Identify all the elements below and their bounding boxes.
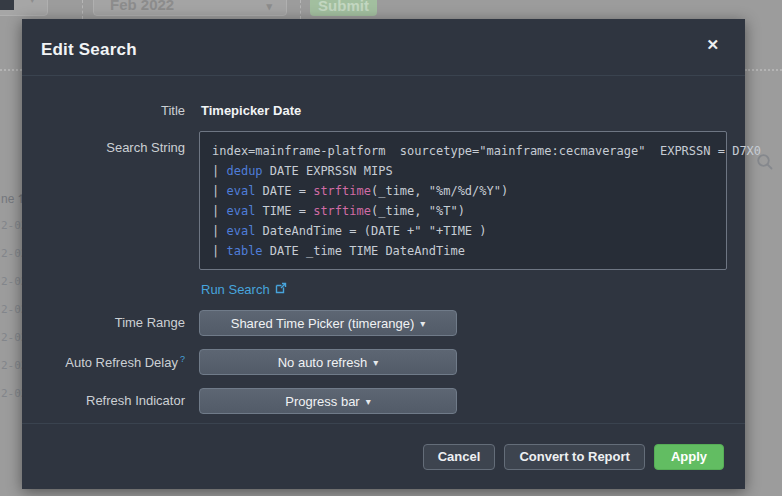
chevron-down-icon: ▾ <box>373 357 378 368</box>
help-icon[interactable]: ? <box>180 354 185 364</box>
month-picker-dropdown: Feb 2022 ▾ <box>93 0 287 16</box>
search-string-editor[interactable]: index=mainframe-platform sourcetype="mai… <box>199 131 727 270</box>
spl-line: | table DATE _time TIME DateAndTime <box>212 241 714 261</box>
chevron-down-icon: ▾ <box>266 0 272 13</box>
dialog-body: Title Timepicker Date Search String inde… <box>22 76 745 414</box>
table-cell-fragment: 2-02 <box>1 331 22 344</box>
auto-refresh-value: No auto refresh <box>278 355 368 370</box>
title-value: Timepicker Date <box>201 98 301 118</box>
chevron-down-icon: ▾ <box>29 0 35 6</box>
external-link-icon <box>275 282 287 297</box>
submit-label: Submit <box>318 0 369 14</box>
auto-refresh-row: Auto Refresh Delay? No auto refresh ▾ <box>22 349 745 375</box>
background-table-column: ne ⇅ 2-02 2-02 2-02 2-02 2-02 2-02 2-02 <box>0 0 22 496</box>
table-cell-fragment: 2-02 <box>1 387 22 400</box>
table-cell-fragment: 2-02 <box>1 359 22 372</box>
time-range-row: Time Range Shared Time Picker (timerange… <box>22 310 745 336</box>
dialog-title: Edit Search <box>41 40 137 60</box>
spl-line: | eval DATE = strftime(_time, "%m/%d/%Y"… <box>212 181 714 201</box>
spl-line: index=mainframe-platform sourcetype="mai… <box>212 141 714 161</box>
spl-line: | dedup DATE EXPRSSN MIPS <box>212 161 714 181</box>
spl-line: | eval TIME = strftime(_time, "%T") <box>212 201 714 221</box>
title-label: Title <box>22 98 185 118</box>
table-cell-fragment: 2-02 <box>1 275 22 288</box>
close-icon[interactable]: ✕ <box>706 37 719 52</box>
chevron-down-icon: ▾ <box>420 318 425 329</box>
title-row: Title Timepicker Date <box>22 98 745 118</box>
convert-to-report-button[interactable]: Convert to Report <box>504 444 645 470</box>
refresh-indicator-row: Refresh Indicator Progress bar ▾ <box>22 388 745 414</box>
table-cell-fragment: 2-02 <box>1 219 22 232</box>
month-picker-value: Feb 2022 <box>110 0 174 13</box>
auto-refresh-label: Auto Refresh Delay? <box>22 349 185 375</box>
time-range-dropdown[interactable]: Shared Time Picker (timerange) ▾ <box>199 310 457 336</box>
dialog-header: Edit Search ✕ <box>22 19 745 76</box>
refresh-indicator-value: Progress bar <box>285 394 359 409</box>
refresh-indicator-label: Refresh Indicator <box>22 388 185 414</box>
refresh-indicator-dropdown[interactable]: Progress bar ▾ <box>199 388 457 414</box>
auto-refresh-dropdown[interactable]: No auto refresh ▾ <box>199 349 457 375</box>
apply-button[interactable]: Apply <box>654 444 724 470</box>
divider <box>300 0 301 19</box>
search-string-row: Search String index=mainframe-platform s… <box>22 131 745 310</box>
time-range-label: Time Range <box>22 310 185 336</box>
table-cell-fragment: 2-02 <box>1 303 22 316</box>
dialog-footer: Cancel Convert to Report Apply <box>22 423 745 489</box>
column-header-fragment: ne ⇅ <box>1 192 22 206</box>
edit-search-dialog: Edit Search ✕ Title Timepicker Date Sear… <box>22 19 745 489</box>
submit-button: Submit <box>310 0 377 16</box>
table-cell-fragment: 2-02 <box>1 247 22 260</box>
spl-line: | eval DateAndTime = (DATE +" "+TIME ) <box>212 221 714 241</box>
time-range-value: Shared Time Picker (timerange) <box>231 316 415 331</box>
chevron-down-icon: ▾ <box>366 396 371 407</box>
divider <box>745 69 782 71</box>
run-search-link[interactable]: Run Search <box>201 282 287 297</box>
run-search-label: Run Search <box>201 282 270 297</box>
divider <box>82 0 83 19</box>
cancel-button[interactable]: Cancel <box>423 444 496 470</box>
search-string-label: Search String <box>22 131 185 310</box>
